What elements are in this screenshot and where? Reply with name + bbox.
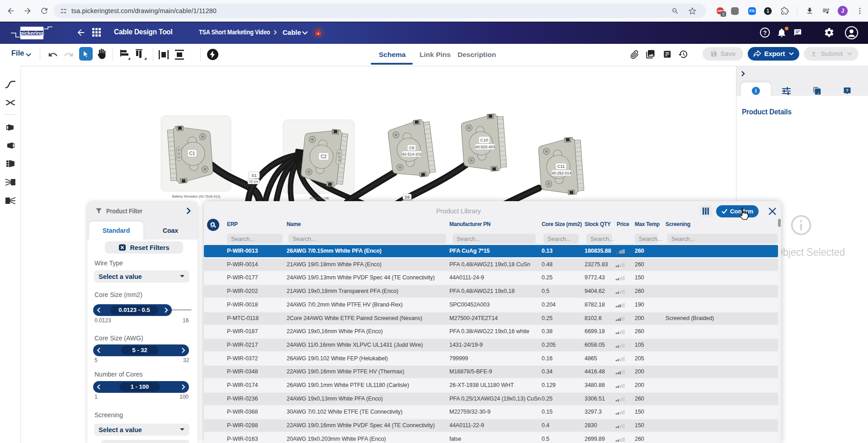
svg-text:C10: C10 bbox=[480, 137, 488, 142]
svg-text:40-520-403: 40-520-403 bbox=[475, 145, 495, 149]
svg-text:42-514-102: 42-514-102 bbox=[402, 152, 422, 156]
svg-text:C2: C2 bbox=[321, 154, 327, 159]
svg-text:S1: S1 bbox=[251, 173, 257, 178]
svg-text:20 cm: 20 cm bbox=[249, 179, 258, 184]
svg-text:?: ? bbox=[846, 88, 849, 93]
svg-text:40-252-014: 40-252-014 bbox=[552, 171, 571, 175]
svg-text:?: ? bbox=[763, 29, 767, 36]
svg-text:Battery Simulator (43-752A-013: Battery Simulator (43-752A-013) bbox=[172, 194, 220, 198]
svg-text:S9: S9 bbox=[405, 195, 410, 199]
svg-text:C9: C9 bbox=[409, 146, 415, 150]
svg-text:C1: C1 bbox=[189, 151, 195, 156]
svg-text:40-635A-106: 40-635A-106 bbox=[310, 196, 329, 200]
svg-text:pickering: pickering bbox=[20, 30, 43, 36]
svg-text:C11: C11 bbox=[557, 164, 565, 169]
